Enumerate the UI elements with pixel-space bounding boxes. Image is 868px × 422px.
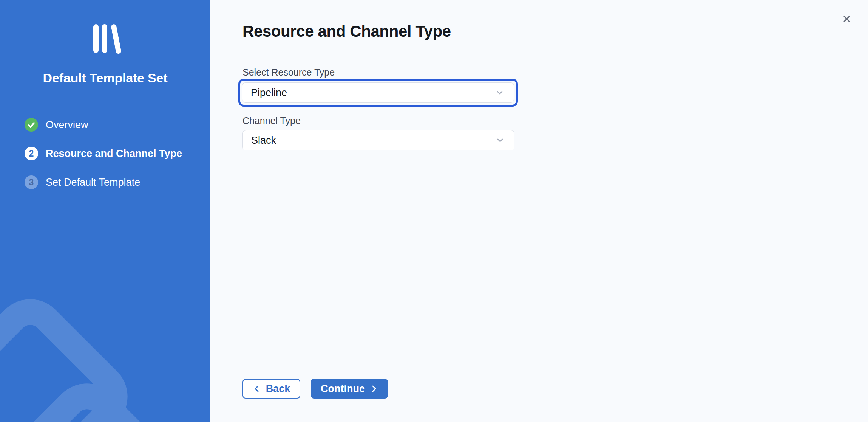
resource-type-value: Pipeline	[251, 87, 287, 99]
wizard-actions: Back Continue	[242, 379, 388, 399]
back-button-label: Back	[266, 383, 290, 395]
step-resource-and-channel-type[interactable]: 2 Resource and Channel Type	[25, 147, 182, 160]
chevron-right-icon	[370, 385, 378, 393]
step-label: Set Default Template	[46, 175, 140, 189]
page-title: Resource and Channel Type	[242, 22, 868, 41]
step-number-badge: 2	[25, 147, 38, 160]
brand-logo-icon	[93, 24, 117, 54]
wizard-title: Default Template Set	[43, 70, 168, 86]
continue-button-label: Continue	[321, 383, 365, 395]
brand-watermark	[0, 0, 210, 422]
channel-type-value: Slack	[251, 135, 276, 146]
step-overview[interactable]: Overview	[25, 118, 182, 132]
watermark-ring-icon	[0, 369, 199, 422]
resource-type-select[interactable]: Pipeline	[242, 82, 514, 103]
step-set-default-template[interactable]: 3 Set Default Template	[25, 175, 182, 189]
template-set-wizard-modal: Default Template Set Overview 2 Resource…	[0, 0, 868, 422]
watermark-ring-icon	[0, 284, 142, 422]
continue-button[interactable]: Continue	[311, 379, 388, 399]
resource-type-label: Select Resource Type	[242, 67, 868, 78]
logo-bar-slanted	[111, 24, 122, 54]
step-number-badge: 3	[25, 175, 38, 189]
chevron-left-icon	[253, 385, 261, 393]
wizard-content-panel: Resource and Channel Type Select Resourc…	[210, 0, 868, 422]
back-button[interactable]: Back	[242, 379, 300, 399]
wizard-sidebar: Default Template Set Overview 2 Resource…	[0, 0, 210, 422]
channel-type-label: Channel Type	[242, 115, 868, 126]
resource-type-focus-ring: Pipeline	[238, 79, 518, 107]
close-icon[interactable]	[839, 11, 855, 27]
step-label: Overview	[46, 118, 88, 132]
channel-type-select[interactable]: Slack	[242, 130, 514, 150]
wizard-steps: Overview 2 Resource and Channel Type 3 S…	[0, 118, 182, 204]
logo-bar	[102, 24, 107, 53]
chevron-down-icon	[495, 135, 505, 145]
chevron-down-icon	[495, 88, 505, 98]
logo-bar	[93, 24, 99, 53]
step-label: Resource and Channel Type	[46, 147, 182, 160]
check-icon	[25, 118, 38, 132]
